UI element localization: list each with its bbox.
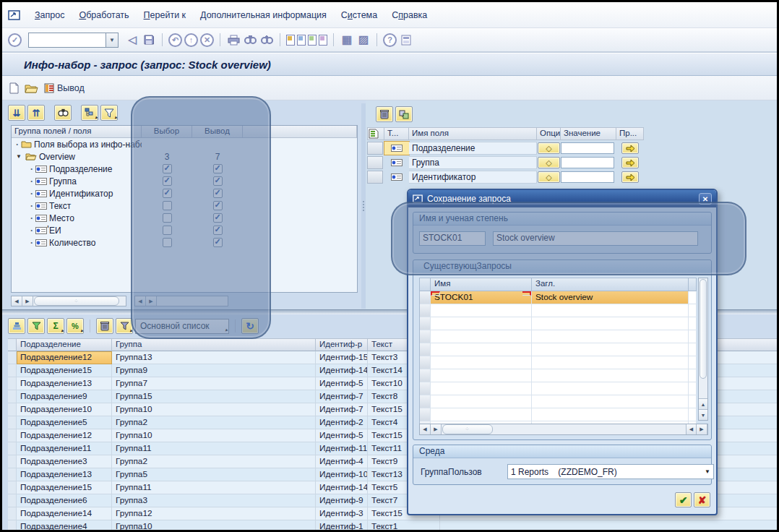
empty-row[interactable]: [420, 356, 696, 369]
back-icon[interactable]: ◁: [125, 33, 139, 47]
row-selector[interactable]: [420, 395, 431, 408]
row-selector[interactable]: [420, 304, 431, 317]
row-selector[interactable]: [8, 377, 17, 390]
value-input[interactable]: [561, 157, 614, 168]
row-selector[interactable]: [420, 317, 431, 330]
option-button[interactable]: ◇: [538, 157, 560, 168]
row-selector[interactable]: [420, 382, 431, 395]
empty-row[interactable]: [420, 369, 696, 382]
find-field-icon[interactable]: [54, 105, 72, 121]
find-icon[interactable]: [243, 33, 257, 47]
delete-row-icon[interactable]: [376, 106, 393, 122]
open-query-icon[interactable]: [25, 83, 38, 93]
delete-icon[interactable]: [96, 318, 113, 334]
output-button[interactable]: Вывод: [44, 83, 85, 93]
empty-row[interactable]: [420, 395, 696, 408]
scrollbar-thumb[interactable]: ⁘: [442, 424, 493, 434]
new-query-icon[interactable]: [9, 82, 19, 94]
empty-row[interactable]: [420, 382, 696, 395]
col-field-name[interactable]: Имя поля: [409, 127, 537, 140]
print-icon[interactable]: [226, 33, 241, 47]
scroll-left-icon[interactable]: ◀: [686, 424, 697, 434]
empty-row[interactable]: [420, 317, 696, 330]
col-caption[interactable]: Загл.: [532, 278, 689, 291]
empty-row[interactable]: [420, 343, 696, 356]
dialog-vscrollbar[interactable]: ▲ ▼: [698, 278, 708, 421]
hierarchy-icon[interactable]: [81, 105, 98, 121]
scroll-left-icon[interactable]: ◀: [420, 424, 431, 434]
table-row[interactable]: Подразделение4 Группа10 Идентиф-1 Текст1: [8, 520, 779, 532]
row-selector[interactable]: [8, 468, 17, 481]
previous-page-icon[interactable]: [297, 35, 306, 46]
select-all-icon[interactable]: [367, 127, 384, 140]
subtotal-icon[interactable]: %: [66, 318, 84, 334]
sort-descending-icon[interactable]: [27, 318, 45, 334]
customize-layout-icon[interactable]: [399, 33, 413, 47]
scroll-left-icon[interactable]: ◀: [12, 296, 22, 306]
scroll-down-icon[interactable]: ▼: [699, 409, 707, 420]
multiple-selection-button[interactable]: [621, 171, 639, 183]
col-value[interactable]: Значение: [561, 127, 616, 140]
tree-header-field-group[interactable]: Группа полей / поля: [12, 126, 142, 138]
sort-descending-icon[interactable]: ⇊: [8, 105, 25, 121]
option-button[interactable]: ◇: [538, 142, 560, 154]
row-selector[interactable]: [367, 171, 383, 184]
menu-item[interactable]: Справка: [384, 7, 434, 23]
total-icon[interactable]: Σ: [47, 318, 64, 334]
multiple-selection-button[interactable]: [621, 157, 639, 168]
first-page-icon[interactable]: [286, 35, 295, 46]
next-page-icon[interactable]: [308, 35, 317, 46]
value-input[interactable]: [561, 171, 614, 183]
query-row-selected[interactable]: STOCK01 Stock overview: [420, 291, 696, 304]
row-selector[interactable]: [420, 356, 431, 369]
transfer-icon[interactable]: [395, 106, 413, 122]
scroll-right-icon[interactable]: ▶: [431, 424, 442, 434]
cancel-icon[interactable]: ✕: [200, 33, 214, 47]
row-selector[interactable]: [420, 369, 431, 382]
command-field-dropdown-icon[interactable]: ▼: [106, 33, 119, 48]
menu-item[interactable]: Система: [334, 7, 384, 23]
confirm-button[interactable]: ✔: [675, 492, 692, 507]
col-identifier[interactable]: Идентиф-р: [316, 338, 368, 351]
last-page-icon[interactable]: [319, 35, 327, 46]
row-selector[interactable]: [420, 330, 431, 343]
user-group-select[interactable]: 1 Reports (ZZDEMO_FR) ▼: [507, 464, 714, 479]
cancel-button[interactable]: ✘: [694, 492, 710, 507]
exit-icon[interactable]: ↑: [184, 33, 198, 47]
empty-row[interactable]: [420, 408, 696, 421]
expander-icon[interactable]: ▼: [16, 153, 23, 160]
create-shortcut-icon[interactable]: ▨: [356, 33, 371, 47]
filter-icon[interactable]: [100, 105, 118, 121]
option-button[interactable]: ◇: [538, 171, 560, 183]
row-selector[interactable]: [8, 364, 17, 377]
row-selector[interactable]: [8, 442, 17, 455]
row-selector[interactable]: [8, 520, 17, 532]
col-name[interactable]: Имя: [431, 278, 532, 291]
system-menu-icon[interactable]: [8, 10, 20, 20]
row-selector[interactable]: [8, 429, 17, 442]
empty-row[interactable]: [420, 304, 696, 317]
col-division[interactable]: Подразделение: [17, 338, 112, 351]
row-selector[interactable]: [8, 507, 17, 520]
col-option[interactable]: Опция: [537, 127, 561, 140]
menu-item[interactable]: Обработать: [72, 7, 136, 23]
help-icon[interactable]: ?: [383, 33, 397, 47]
col-group[interactable]: Группа: [112, 338, 316, 351]
row-selector[interactable]: [8, 403, 17, 416]
row-selector[interactable]: [367, 142, 383, 155]
row-selector[interactable]: [420, 408, 431, 421]
col-more[interactable]: Пр...: [616, 127, 644, 140]
scroll-up-icon[interactable]: ▲: [699, 398, 707, 409]
scrollbar-thumb[interactable]: ⁘: [34, 296, 119, 306]
scrollbar-thumb[interactable]: [700, 279, 707, 379]
tree-hscrollbar[interactable]: ◀ ▶ ⁘: [11, 296, 126, 306]
menu-item[interactable]: Перейти к: [137, 7, 193, 23]
scroll-right-icon[interactable]: ▶: [697, 424, 707, 434]
menu-item[interactable]: Запрос: [27, 7, 72, 23]
row-selector[interactable]: [8, 481, 17, 494]
value-input[interactable]: [561, 142, 614, 154]
command-field[interactable]: [28, 33, 106, 48]
row-selector[interactable]: [8, 390, 17, 403]
row-selector[interactable]: [420, 291, 431, 304]
row-selector[interactable]: [8, 455, 17, 468]
